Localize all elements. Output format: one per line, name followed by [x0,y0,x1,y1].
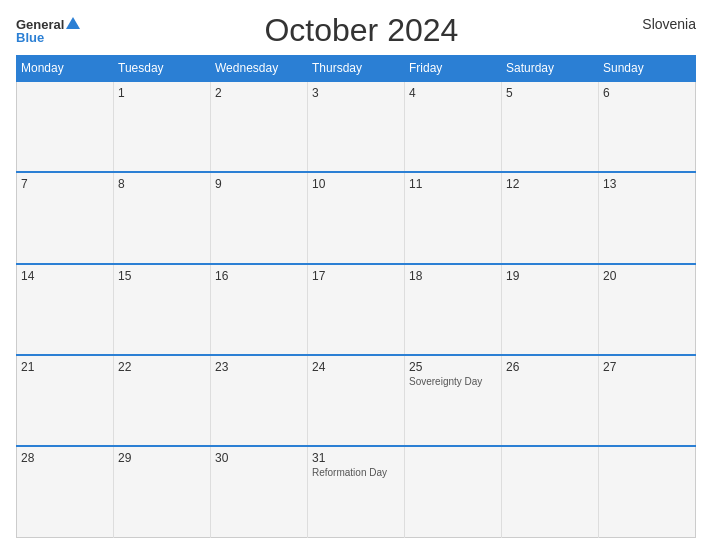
day-number: 7 [21,177,109,191]
calendar-day-cell: 7 [17,172,114,263]
day-number: 11 [409,177,497,191]
col-sunday: Sunday [599,56,696,82]
calendar-day-cell: 20 [599,264,696,355]
calendar-day-cell [17,81,114,172]
day-event: Sovereignty Day [409,376,497,387]
day-number: 15 [118,269,206,283]
day-number: 20 [603,269,691,283]
calendar-day-cell: 27 [599,355,696,446]
calendar-day-cell: 16 [211,264,308,355]
calendar-header-row: Monday Tuesday Wednesday Thursday Friday… [17,56,696,82]
day-number: 18 [409,269,497,283]
calendar-day-cell: 3 [308,81,405,172]
day-number: 6 [603,86,691,100]
col-tuesday: Tuesday [114,56,211,82]
day-number: 19 [506,269,594,283]
page: General Blue October 2024 Slovenia Monda… [0,0,712,550]
day-number: 22 [118,360,206,374]
day-number: 25 [409,360,497,374]
calendar-day-cell: 28 [17,446,114,537]
country-label: Slovenia [642,16,696,32]
calendar-week-row: 2122232425Sovereignty Day2627 [17,355,696,446]
calendar-week-row: 78910111213 [17,172,696,263]
day-number: 28 [21,451,109,465]
day-number: 13 [603,177,691,191]
calendar-day-cell [405,446,502,537]
calendar-day-cell [502,446,599,537]
calendar-table: Monday Tuesday Wednesday Thursday Friday… [16,55,696,538]
calendar-day-cell: 12 [502,172,599,263]
calendar-day-cell: 15 [114,264,211,355]
day-number: 12 [506,177,594,191]
col-friday: Friday [405,56,502,82]
calendar-day-cell: 1 [114,81,211,172]
calendar-day-cell: 9 [211,172,308,263]
calendar-day-cell: 11 [405,172,502,263]
day-number: 1 [118,86,206,100]
day-number: 14 [21,269,109,283]
logo-blue: Blue [16,31,44,44]
day-number: 31 [312,451,400,465]
day-number: 10 [312,177,400,191]
calendar-day-cell: 19 [502,264,599,355]
calendar-day-cell: 13 [599,172,696,263]
calendar-day-cell: 30 [211,446,308,537]
calendar-day-cell: 2 [211,81,308,172]
day-number: 5 [506,86,594,100]
col-wednesday: Wednesday [211,56,308,82]
calendar-day-cell: 22 [114,355,211,446]
col-thursday: Thursday [308,56,405,82]
calendar-day-cell: 21 [17,355,114,446]
day-number: 8 [118,177,206,191]
calendar-day-cell: 5 [502,81,599,172]
calendar-day-cell: 14 [17,264,114,355]
day-number: 21 [21,360,109,374]
day-number: 29 [118,451,206,465]
day-number: 3 [312,86,400,100]
day-number: 17 [312,269,400,283]
logo-general: General [16,18,64,31]
calendar-day-cell: 23 [211,355,308,446]
calendar-day-cell: 25Sovereignty Day [405,355,502,446]
calendar-day-cell [599,446,696,537]
calendar-day-cell: 26 [502,355,599,446]
calendar-day-cell: 24 [308,355,405,446]
calendar-day-cell: 31Reformation Day [308,446,405,537]
page-title: October 2024 [80,12,642,49]
day-number: 30 [215,451,303,465]
calendar-day-cell: 4 [405,81,502,172]
col-saturday: Saturday [502,56,599,82]
calendar-week-row: 28293031Reformation Day [17,446,696,537]
day-number: 24 [312,360,400,374]
calendar-week-row: 123456 [17,81,696,172]
header: General Blue October 2024 Slovenia [16,12,696,49]
calendar-day-cell: 6 [599,81,696,172]
calendar-day-cell: 10 [308,172,405,263]
day-number: 23 [215,360,303,374]
calendar-day-cell: 18 [405,264,502,355]
col-monday: Monday [17,56,114,82]
calendar-day-cell: 29 [114,446,211,537]
logo-triangle-icon [66,17,80,29]
day-number: 26 [506,360,594,374]
day-number: 4 [409,86,497,100]
day-number: 16 [215,269,303,283]
day-event: Reformation Day [312,467,400,478]
calendar-day-cell: 17 [308,264,405,355]
day-number: 2 [215,86,303,100]
calendar-day-cell: 8 [114,172,211,263]
day-number: 27 [603,360,691,374]
day-number: 9 [215,177,303,191]
calendar-week-row: 14151617181920 [17,264,696,355]
logo: General Blue [16,17,80,44]
